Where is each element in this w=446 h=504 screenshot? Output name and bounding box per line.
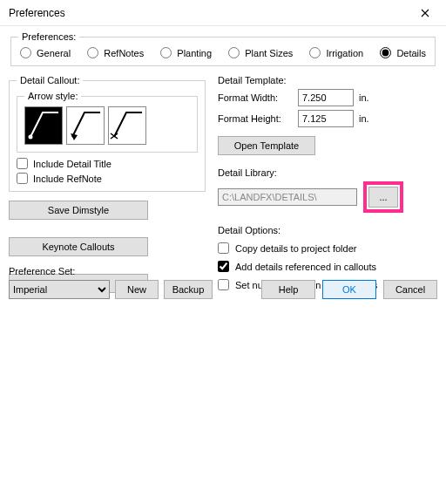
titlebar: Preferences: [0, 0, 446, 26]
radio-plant-sizes[interactable]: Plant Sizes: [228, 47, 293, 58]
preference-set-select[interactable]: Imperial: [9, 280, 110, 299]
arrow-style-3[interactable]: [108, 106, 146, 145]
detail-callout-legend: Detail Callout:: [17, 75, 83, 85]
preferences-radio-group: Preferences: General RefNotes Planting P…: [10, 31, 436, 66]
arrow-style-legend: Arrow style:: [24, 91, 81, 101]
format-width-label: Format Width:: [218, 92, 293, 103]
open-template-button[interactable]: Open Template: [218, 136, 315, 155]
detail-library-label: Detail Library:: [218, 167, 437, 178]
arrow-style-1[interactable]: [24, 106, 63, 145]
window-title: Preferences: [9, 7, 65, 19]
backup-prefset-button[interactable]: Backup: [164, 280, 213, 299]
ok-button[interactable]: OK: [322, 280, 376, 299]
arrow-style-2[interactable]: [66, 106, 105, 145]
radio-refnotes[interactable]: RefNotes: [87, 47, 144, 58]
browse-highlight: ...: [363, 181, 403, 213]
check-include-refnote[interactable]: Include RefNote: [17, 173, 198, 184]
radio-irrigation[interactable]: Irrigation: [309, 47, 363, 58]
width-unit: in.: [359, 92, 369, 103]
save-dimstyle-button[interactable]: Save Dimstyle: [9, 201, 148, 220]
check-include-title[interactable]: Include Detail Title: [17, 158, 198, 169]
preference-set-label: Preference Set:: [9, 266, 213, 276]
detail-template-label: Detail Template:: [218, 75, 437, 85]
radio-general[interactable]: General: [20, 47, 71, 58]
detail-callout-group: Detail Callout: Arrow style:: [9, 75, 206, 192]
browse-library-button[interactable]: ...: [368, 187, 398, 208]
format-width-input[interactable]: [298, 89, 354, 106]
svg-point-0: [29, 135, 33, 140]
radio-details[interactable]: Details: [380, 47, 426, 58]
format-height-label: Format Height:: [218, 113, 293, 124]
keynote-callouts-button[interactable]: Keynote Callouts: [9, 237, 148, 256]
new-prefset-button[interactable]: New: [115, 280, 159, 299]
close-icon[interactable]: [408, 1, 443, 25]
radio-planting[interactable]: Planting: [160, 47, 212, 58]
check-copy-details[interactable]: Copy details to project folder: [218, 242, 437, 254]
detail-library-path: [218, 188, 357, 206]
height-unit: in.: [359, 113, 369, 124]
arrow-style-group: Arrow style:: [17, 91, 198, 153]
cancel-button[interactable]: Cancel: [383, 280, 437, 299]
format-height-input[interactable]: [298, 110, 354, 127]
detail-options-label: Detail Options:: [218, 225, 437, 235]
help-button[interactable]: Help: [261, 280, 315, 299]
preferences-legend: Preferences:: [18, 31, 79, 42]
